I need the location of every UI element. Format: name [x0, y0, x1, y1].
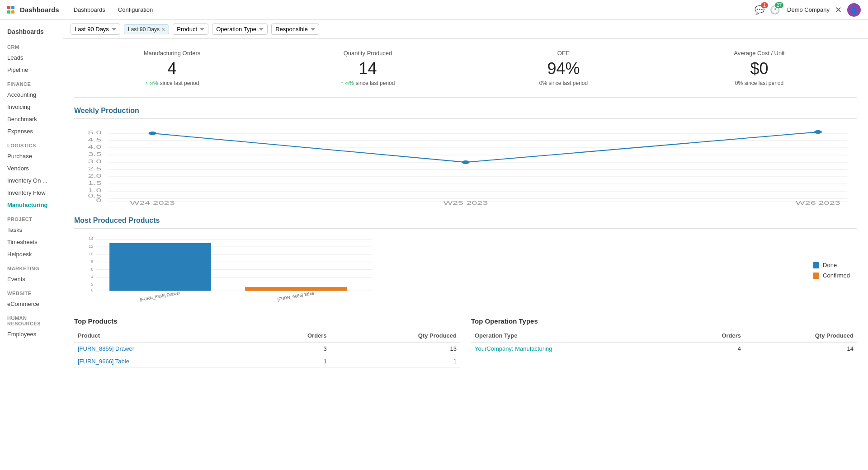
- svg-text:12: 12: [89, 244, 93, 249]
- legend-label-done: Done: [823, 262, 837, 268]
- sidebar-item-leads[interactable]: Leads: [0, 52, 63, 64]
- svg-text:14: 14: [89, 236, 93, 241]
- sidebar-item-tasks[interactable]: Tasks: [0, 224, 63, 236]
- svg-point-24: [814, 130, 822, 134]
- col-orders: Orders: [255, 329, 330, 342]
- app-grid-icon[interactable]: [7, 6, 15, 14]
- kpi-value-qty: 14: [277, 59, 458, 78]
- kpi-inf-mo: ∞%: [150, 80, 158, 86]
- svg-text:10: 10: [89, 252, 93, 256]
- arrow-up-icon: ↑: [145, 80, 148, 86]
- kpi-manufacturing-orders: Manufacturing Orders 4 ↑ ∞% since last p…: [74, 46, 270, 90]
- company-name: Demo Company: [787, 6, 830, 13]
- col-qty-produced: Qty Produced: [330, 329, 460, 342]
- top-operation-types-table: Operation Type Orders Qty Produced YourC…: [471, 329, 857, 355]
- kpi-trend-text-cost: 0% since last period: [735, 80, 783, 86]
- svg-text:W25 2023: W25 2023: [443, 201, 488, 206]
- top-products-title: Top Products: [74, 317, 460, 325]
- legend-confirmed: Confirmed: [813, 272, 850, 279]
- sidebar-item-pipeline[interactable]: Pipeline: [0, 64, 63, 76]
- product-link-1[interactable]: [FURN_8855] Drawer: [78, 345, 134, 352]
- svg-text:2.5: 2.5: [88, 166, 102, 171]
- chat-badge: 1: [761, 2, 768, 8]
- svg-text:6: 6: [91, 267, 93, 272]
- sidebar: Dashboards CRM Leads Pipeline FINANCE Ac…: [0, 20, 63, 470]
- svg-text:5.0: 5.0: [88, 130, 102, 135]
- svg-text:W24 2023: W24 2023: [130, 201, 175, 206]
- sidebar-item-ecommerce[interactable]: eCommerce: [0, 298, 63, 310]
- table-row: [FURN_8855] Drawer 3 13: [74, 342, 460, 355]
- svg-text:3.0: 3.0: [88, 159, 102, 164]
- weekly-production-section: Weekly Production 5.0 4.5 4.0 3.5 3.0 2.…: [74, 107, 857, 206]
- product-select[interactable]: Product: [173, 24, 208, 35]
- svg-text:1.0: 1.0: [88, 188, 102, 193]
- kpi-avg-cost: Average Cost / Unit $0 0% since last per…: [661, 46, 857, 90]
- col-ot-orders: Orders: [679, 329, 745, 342]
- sidebar-item-benchmark[interactable]: Benchmark: [0, 113, 63, 125]
- sidebar-item-helpdesk[interactable]: Helpdesk: [0, 248, 63, 260]
- activity-badge: 27: [775, 2, 783, 8]
- sidebar-item-events[interactable]: Events: [0, 273, 63, 285]
- sidebar-item-manufacturing[interactable]: Manufacturing: [0, 199, 63, 211]
- operation-link-1[interactable]: YourCompany: Manufacturing: [475, 345, 552, 352]
- sidebar-item-accounting[interactable]: Accounting: [0, 89, 63, 101]
- sidebar-item-expenses[interactable]: Expenses: [0, 125, 63, 137]
- sidebar-section-logistics: LOGISTICS: [0, 137, 63, 150]
- svg-text:0: 0: [91, 288, 93, 292]
- sidebar-item-timesheets[interactable]: Timesheets: [0, 236, 63, 248]
- arrow-up-icon-qty: ↑: [341, 80, 344, 86]
- bar-chart-area: 14 12 10 8 6 4 2 0: [74, 234, 798, 306]
- activity-icon-btn[interactable]: 🕐 27: [770, 5, 780, 15]
- table-row: YourCompany: Manufacturing 4 14: [471, 342, 857, 355]
- sidebar-item-purchase[interactable]: Purchase: [0, 150, 63, 162]
- col-product: Product: [74, 329, 255, 342]
- operation-cell: YourCompany: Manufacturing: [471, 342, 679, 355]
- filter-tag-close[interactable]: ×: [161, 26, 165, 33]
- col-ot-qty: Qty Produced: [745, 329, 857, 342]
- nav-configuration[interactable]: Configuration: [113, 4, 158, 16]
- qty-cell-1: 13: [330, 342, 460, 355]
- content-area: Last 90 Days Last 30 Days This Year Last…: [63, 20, 868, 470]
- kpi-value-cost: $0: [669, 59, 850, 78]
- top-operation-types-title: Top Operation Types: [471, 317, 857, 325]
- table-row: [FURN_9666] Table 1 1: [74, 355, 460, 368]
- kpi-trend-mo: ↑ ∞% since last period: [81, 80, 263, 86]
- svg-point-22: [149, 132, 156, 135]
- sidebar-item-inventory-flow[interactable]: Inventory Flow: [0, 187, 63, 199]
- sidebar-item-vendors[interactable]: Vendors: [0, 162, 63, 174]
- sidebar-section-website: WEBSITE: [0, 285, 63, 298]
- responsible-select[interactable]: Responsible: [271, 24, 319, 35]
- kpi-trend-qty: ↑ ∞% since last period: [277, 80, 458, 86]
- svg-text:[FURN_9666] Table: [FURN_9666] Table: [277, 291, 315, 302]
- sidebar-dashboards[interactable]: Dashboards: [0, 24, 63, 39]
- weekly-production-title: Weekly Production: [74, 107, 857, 119]
- kpi-label-mo: Manufacturing Orders: [81, 50, 263, 56]
- product-cell-2: [FURN_9666] Table: [74, 355, 255, 368]
- sidebar-item-inventory-on[interactable]: Inventory On ...: [0, 174, 63, 187]
- sidebar-section-finance: FINANCE: [0, 76, 63, 89]
- kpi-trend-text-oee: 0% since last period: [539, 80, 588, 86]
- svg-text:4.5: 4.5: [88, 137, 102, 142]
- sidebar-item-invoicing[interactable]: Invoicing: [0, 101, 63, 113]
- legend-dot-done: [813, 262, 819, 268]
- chat-icon-btn[interactable]: 💬 1: [755, 5, 764, 15]
- svg-text:4.0: 4.0: [88, 145, 102, 150]
- filter-tag-date: Last 90 Days ×: [124, 24, 169, 34]
- weekly-production-chart: 5.0 4.5 4.0 3.5 3.0 2.5 2.0 1.5 1.0 0.5 …: [74, 124, 857, 206]
- avatar[interactable]: 👤: [847, 3, 861, 17]
- kpi-row: Manufacturing Orders 4 ↑ ∞% since last p…: [74, 46, 857, 98]
- top-products-table: Product Orders Qty Produced [FURN_8855] …: [74, 329, 460, 368]
- qty-cell-2: 1: [330, 355, 460, 368]
- nav-dashboards[interactable]: Dashboards: [68, 4, 111, 16]
- most-produced-title: Most Produced Products: [74, 216, 857, 229]
- sidebar-item-employees[interactable]: Employees: [0, 328, 63, 340]
- svg-point-23: [462, 160, 469, 164]
- product-link-2[interactable]: [FURN_9666] Table: [78, 358, 129, 365]
- operation-type-select[interactable]: Operation Type: [212, 24, 268, 35]
- col-operation-type: Operation Type: [471, 329, 679, 342]
- close-icon-btn[interactable]: ✕: [835, 5, 842, 15]
- bar-chart-container: 14 12 10 8 6 4 2 0: [74, 234, 857, 306]
- main-layout: Dashboards CRM Leads Pipeline FINANCE Ac…: [0, 20, 868, 470]
- date-range-select[interactable]: Last 90 Days Last 30 Days This Year: [71, 24, 120, 35]
- sidebar-section-marketing: MARKETING: [0, 260, 63, 273]
